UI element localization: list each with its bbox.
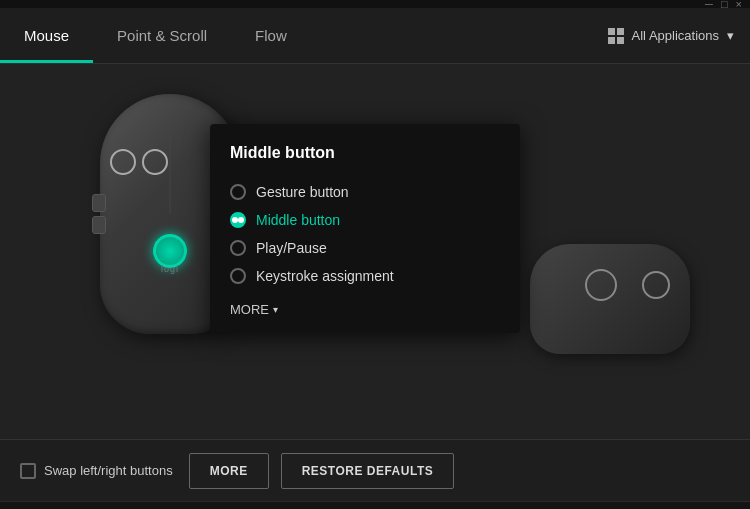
option-middle[interactable]: Middle button xyxy=(230,206,500,234)
popup-more-link[interactable]: MORE ▾ xyxy=(230,302,500,317)
nav-bar: Mouse Point & Scroll Flow All Applicatio… xyxy=(0,8,750,64)
chevron-down-icon: ▾ xyxy=(727,28,734,43)
radio-gesture[interactable] xyxy=(230,184,246,200)
bottom-buttons: MORE RESTORE DEFAULTS xyxy=(189,453,455,489)
option-playpause[interactable]: Play/Pause xyxy=(230,234,500,262)
checkbox-swap[interactable] xyxy=(20,463,36,479)
app-selector[interactable]: All Applications ▾ xyxy=(608,28,734,44)
footer: ADD DEVICES Wireless Mobile Mouse MX Any… xyxy=(0,501,750,509)
radio-playpause[interactable] xyxy=(230,240,246,256)
swap-buttons-checkbox[interactable]: Swap left/right buttons xyxy=(20,463,173,479)
tab-flow[interactable]: Flow xyxy=(231,7,311,63)
bottom-controls: Swap left/right buttons MORE RESTORE DEF… xyxy=(0,439,750,501)
restore-defaults-button[interactable]: RESTORE DEFAULTS xyxy=(281,453,455,489)
main-content: logi Middle button Gesture button Middle… xyxy=(0,64,750,439)
button-options-popup: Middle button Gesture button Middle butt… xyxy=(210,124,520,333)
option-keystroke[interactable]: Keystroke assignment xyxy=(230,262,500,290)
radio-middle[interactable] xyxy=(230,212,246,228)
tab-point-scroll[interactable]: Point & Scroll xyxy=(93,7,231,63)
radio-keystroke[interactable] xyxy=(230,268,246,284)
grid-icon xyxy=(608,28,624,44)
option-gesture[interactable]: Gesture button xyxy=(230,178,500,206)
chevron-down-icon: ▾ xyxy=(273,304,278,315)
tab-mouse[interactable]: Mouse xyxy=(0,7,93,63)
popup-title: Middle button xyxy=(230,144,500,162)
mouse-secondary-illustration xyxy=(510,244,710,374)
more-button[interactable]: MORE xyxy=(189,453,269,489)
